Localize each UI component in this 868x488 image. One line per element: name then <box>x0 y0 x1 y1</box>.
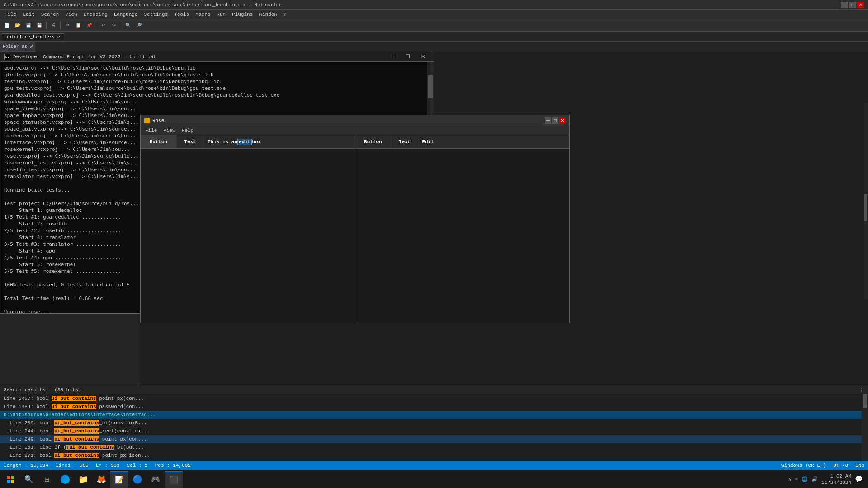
cmd-icon: C: <box>4 54 10 60</box>
rose-col-button-right: Button <box>355 135 392 148</box>
tray-keyboard: ⌨ <box>795 476 798 482</box>
rose-col-button: Button <box>141 135 177 148</box>
toolbar-sep-1 <box>46 21 47 29</box>
statusbar: length : 15,534 lines : 565 Ln : 533 Col… <box>0 461 868 470</box>
status-col: Col : 2 <box>127 463 147 468</box>
folder-panel-header: Folder as W <box>0 42 35 52</box>
app-container: C:\Users\Jim\source\repos\rose\source\ro… <box>0 0 868 488</box>
match-highlight-7: ui_but_contains <box>54 453 99 458</box>
svg-rect-0 <box>7 476 10 479</box>
menu-file[interactable]: File <box>2 11 19 18</box>
undo-button[interactable]: ↩ <box>98 20 108 30</box>
taskbar-firefox-button[interactable]: 🦊 <box>92 471 110 488</box>
rose-menu-view[interactable]: View <box>160 127 178 134</box>
taskbar-edge-button[interactable] <box>56 471 74 488</box>
rose-restore-button[interactable]: □ <box>552 117 558 124</box>
match-highlight-3: ui_but_contains <box>54 420 99 426</box>
tray-volume: 🔊 <box>811 476 818 482</box>
status-length: length : 15,534 <box>4 463 48 468</box>
rose-col-text-right: Text <box>392 135 419 148</box>
cmd-line-5: guardedalloc_test.vcxproj --> C:\Users\J… <box>4 92 430 99</box>
rose-left-panel: Button Text This is an edit box <box>141 135 355 323</box>
menu-help[interactable]: ? <box>281 11 289 18</box>
paste-button[interactable]: 📌 <box>84 20 94 30</box>
status-ln: Ln : 533 <box>96 463 120 468</box>
tray-notification: 💬 <box>855 475 863 483</box>
titlebar: C:\Users\Jim\source\repos\rose\source\ro… <box>0 0 868 10</box>
tabbar: interface_handlers.c <box>0 32 868 42</box>
rose-menu-help[interactable]: Help <box>179 127 196 134</box>
save-button[interactable]: 💾 <box>24 20 33 30</box>
menu-encoding[interactable]: Encoding <box>81 11 110 18</box>
menu-view[interactable]: View <box>62 11 80 18</box>
toolbar-sep-3 <box>96 21 96 29</box>
task-view-button[interactable]: ⊞ <box>38 471 56 488</box>
search-result-2[interactable]: Line 1489: bool ui_but_contains_password… <box>0 403 868 411</box>
taskbar-other-button[interactable]: 🎮 <box>146 471 165 488</box>
rose-close-button[interactable]: ✕ <box>559 117 566 124</box>
copy-button[interactable]: 📋 <box>73 20 83 30</box>
menu-language[interactable]: Language <box>111 11 141 18</box>
tab-interface-handlers[interactable]: interface_handlers.c <box>2 33 64 41</box>
cmd-line-3: testing.vcxproj --> C:\Users\Jim\source\… <box>4 78 430 85</box>
taskbar-notepad-button[interactable]: 📝 <box>110 471 128 488</box>
close-button[interactable]: ✕ <box>857 2 864 8</box>
menu-run[interactable]: Run <box>214 11 228 18</box>
menu-macro[interactable]: Macro <box>193 11 213 18</box>
new-button[interactable]: 📄 <box>2 20 12 30</box>
cmd-close-button[interactable]: ✕ <box>415 53 430 61</box>
search-scrollbar[interactable] <box>862 385 868 462</box>
search-result-3[interactable]: Line 239: bool ui_but_contains_bt(const … <box>0 419 868 427</box>
menu-edit[interactable]: Edit <box>20 11 37 18</box>
save-all-button[interactable]: 💾 <box>34 20 44 30</box>
taskbar-explorer-button[interactable]: 📁 <box>74 471 92 488</box>
cut-button[interactable]: ✂ <box>62 20 72 30</box>
rose-title-area: Rose <box>144 118 164 123</box>
zoom-in-button[interactable]: 🔎 <box>134 20 144 30</box>
find-button[interactable]: 🔍 <box>123 20 133 30</box>
search-result-6[interactable]: Line 261: else if (!ui_but_contains_bt(b… <box>0 443 868 451</box>
rose-col-edit: This is an edit box <box>204 135 355 148</box>
maximize-button[interactable]: □ <box>849 2 856 8</box>
start-button[interactable] <box>2 471 20 488</box>
cmd-title-text: Developer Command Prompt for VS 2022 - b… <box>13 54 156 60</box>
cmd-minimize-button[interactable]: ─ <box>386 53 400 61</box>
rose-menu-file[interactable]: File <box>142 127 160 134</box>
rose-col-text: Text <box>177 135 204 148</box>
cmd-restore-button[interactable]: ❐ <box>401 53 415 61</box>
main-area: ▼ rose ▶ rose ▼ pyfeed ▶ data <box>0 52 868 385</box>
secondary-tabbar: Folder as W <box>0 42 868 52</box>
minimize-button[interactable]: ─ <box>841 2 848 8</box>
match-highlight-4: ui_but_contains <box>54 428 99 434</box>
taskbar-blender-button[interactable]: 🔵 <box>128 471 146 488</box>
menu-plugins[interactable]: Plugins <box>229 11 255 18</box>
search-results-content[interactable]: Line 1457: bool ui_but_contains_point_px… <box>0 394 868 462</box>
cmd-line-6: windowmanager.vcxproj --> C:\Users\Jim\s… <box>4 99 430 105</box>
system-tray: ∧ ⌨ 🌐 🔊 1:02 AM 11/24/2024 💬 <box>788 473 866 486</box>
notepad-window: C:\Users\Jim\source\repos\rose\source\ro… <box>0 0 868 470</box>
window-title: C:\Users\Jim\source\repos\rose\source\ro… <box>4 2 281 8</box>
search-result-4[interactable]: Line 244: bool ui_but_contains_rect(cons… <box>0 427 868 435</box>
search-result-1[interactable]: Line 1457: bool ui_but_contains_point_px… <box>0 394 868 403</box>
rose-minimize-button[interactable]: ─ <box>545 117 551 124</box>
search-result-5[interactable]: Line 249: bool ui_but_contains_point_px(… <box>0 435 868 443</box>
taskbar-search-button[interactable]: 🔍 <box>20 471 38 488</box>
open-button[interactable]: 📂 <box>13 20 23 30</box>
search-result-file-header[interactable]: D:\Git\source\blender\editors\interface\… <box>0 411 868 419</box>
taskbar-terminal-button[interactable]: ⬛ <box>165 471 183 488</box>
cmd-scroll-thumb <box>428 75 433 98</box>
rose-titlebar: Rose ─ □ ✕ <box>141 115 569 126</box>
menu-settings[interactable]: Settings <box>141 11 170 18</box>
redo-button[interactable]: ↪ <box>109 20 119 30</box>
print-button[interactable]: 🖨 <box>48 20 58 30</box>
menu-search[interactable]: Search <box>38 11 62 18</box>
status-pos: Pos : 14,602 <box>155 463 191 468</box>
clock-area: 1:02 AM 11/24/2024 <box>821 473 851 486</box>
menu-window[interactable]: Window <box>256 11 280 18</box>
cmd-controls: ─ ❐ ✕ <box>386 53 430 61</box>
cmd-title-area: C: Developer Command Prompt for VS 2022 … <box>4 54 156 60</box>
statusbar-left: length : 15,534 lines : 565 Ln : 533 Col… <box>4 463 191 468</box>
status-eol: Windows (CR LF) <box>781 463 826 468</box>
menu-tools[interactable]: Tools <box>171 11 192 18</box>
search-result-7[interactable]: Line 271: bool ui_but_contains_point_px … <box>0 451 868 460</box>
